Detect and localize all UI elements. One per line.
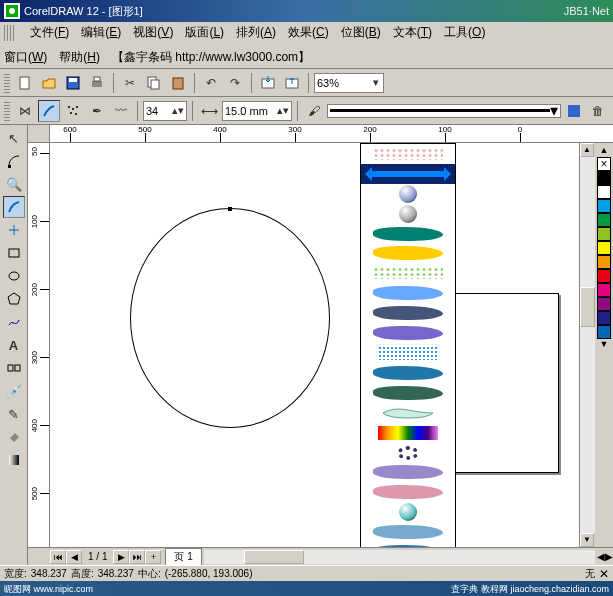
menu-窗口[interactable]: 窗口(W) xyxy=(4,49,47,66)
menu-效果[interactable]: 效果(C) xyxy=(288,24,329,41)
brush-preset[interactable] xyxy=(361,443,455,463)
color-swatch[interactable] xyxy=(597,185,611,199)
brush-preset[interactable] xyxy=(361,383,455,403)
stroke-width-field[interactable]: ▴▾ xyxy=(222,101,292,121)
brush-preset[interactable] xyxy=(361,144,455,164)
outline-tool[interactable]: ✎ xyxy=(3,403,25,425)
vertical-scrollbar[interactable]: ▲ ▼ xyxy=(579,143,595,547)
smoothing-input[interactable] xyxy=(146,105,172,117)
rectangle-tool[interactable] xyxy=(3,242,25,264)
scroll-thumb[interactable] xyxy=(244,550,304,564)
brush-browse-button[interactable]: 🖌 xyxy=(303,100,325,122)
no-fill-swatch[interactable] xyxy=(597,157,611,171)
delete-brush-button[interactable]: 🗑 xyxy=(587,100,609,122)
dropdown-icon[interactable]: ▾ xyxy=(550,101,558,120)
brush-mode-button[interactable] xyxy=(38,100,60,122)
brush-preset[interactable] xyxy=(361,522,455,542)
print-button[interactable] xyxy=(86,72,108,94)
propbar-grip[interactable] xyxy=(4,101,10,121)
palette-down-icon[interactable]: ▼ xyxy=(600,339,609,351)
import-button[interactable] xyxy=(257,72,279,94)
eyedropper-tool[interactable]: 💉 xyxy=(3,380,25,402)
menu-视图[interactable]: 视图(V) xyxy=(133,24,173,41)
smoothing-spinner[interactable]: ▴▾ xyxy=(143,101,187,121)
brush-preset[interactable] xyxy=(361,423,455,443)
brush-stroke-flyout[interactable] xyxy=(360,143,456,547)
menu-排列[interactable]: 排列(A) xyxy=(236,24,276,41)
scroll-left-button[interactable]: ◀ xyxy=(597,551,605,562)
page-tab[interactable]: 页 1 xyxy=(165,548,201,565)
menubar-grip[interactable] xyxy=(4,25,16,41)
color-swatch[interactable] xyxy=(597,325,611,339)
brush-preset[interactable] xyxy=(361,164,455,184)
calligraphic-button[interactable]: ✒ xyxy=(86,100,108,122)
menu-编辑[interactable]: 编辑(E) xyxy=(81,24,121,41)
text-tool[interactable]: A xyxy=(3,334,25,356)
color-swatch[interactable] xyxy=(597,171,611,185)
color-swatch[interactable] xyxy=(597,269,611,283)
next-page-button[interactable]: ▶ xyxy=(113,550,129,564)
open-button[interactable] xyxy=(38,72,60,94)
brush-preset[interactable] xyxy=(361,502,455,522)
menu-工具[interactable]: 工具(O) xyxy=(444,24,485,41)
color-swatch[interactable] xyxy=(597,311,611,325)
menu-位图[interactable]: 位图(B) xyxy=(341,24,381,41)
zoom-input[interactable] xyxy=(317,77,371,89)
color-swatch[interactable] xyxy=(597,213,611,227)
ellipse-object[interactable] xyxy=(130,208,330,428)
width-lock-icon[interactable]: ⟷ xyxy=(198,100,220,122)
sprayer-button[interactable] xyxy=(62,100,84,122)
undo-button[interactable]: ↶ xyxy=(200,72,222,94)
basic-shapes-tool[interactable] xyxy=(3,311,25,333)
stroke-width-input[interactable] xyxy=(225,105,277,117)
add-page-button[interactable]: + xyxy=(145,550,161,564)
prev-page-button[interactable]: ◀ xyxy=(66,550,82,564)
color-swatch[interactable] xyxy=(597,199,611,213)
brush-preset[interactable] xyxy=(361,204,455,224)
menu-帮助[interactable]: 帮助(H) xyxy=(59,49,100,66)
ruler-origin[interactable] xyxy=(28,125,50,143)
shape-tool[interactable] xyxy=(3,150,25,172)
smart-draw-tool[interactable] xyxy=(3,219,25,241)
brush-preset[interactable] xyxy=(361,224,455,244)
brush-preset[interactable] xyxy=(361,463,455,483)
color-swatch[interactable] xyxy=(597,241,611,255)
save-button[interactable] xyxy=(62,72,84,94)
export-button[interactable] xyxy=(281,72,303,94)
scroll-down-button[interactable]: ▼ xyxy=(580,533,594,547)
menu-文本[interactable]: 文本(T) xyxy=(393,24,432,41)
ruler-vertical[interactable]: 50100200300400500 xyxy=(28,143,50,547)
freehand-tool[interactable] xyxy=(3,196,25,218)
blend-tool[interactable] xyxy=(3,357,25,379)
canvas[interactable] xyxy=(50,143,579,547)
ruler-horizontal[interactable]: 6005004003002001000 xyxy=(50,125,613,143)
stroke-style-combo[interactable]: ▾ xyxy=(327,104,561,118)
paste-button[interactable] xyxy=(167,72,189,94)
brush-preset[interactable] xyxy=(361,184,455,204)
pressure-button[interactable]: 〰 xyxy=(110,100,132,122)
brush-preset[interactable] xyxy=(361,363,455,383)
zoom-tool[interactable]: 🔍 xyxy=(3,173,25,195)
brush-preset[interactable] xyxy=(361,482,455,502)
brush-preset[interactable] xyxy=(361,283,455,303)
spinner-icon[interactable]: ▴▾ xyxy=(277,104,289,117)
color-swatch[interactable] xyxy=(597,255,611,269)
preset-button[interactable]: ⋈ xyxy=(14,100,36,122)
redo-button[interactable]: ↷ xyxy=(224,72,246,94)
brush-preset[interactable] xyxy=(361,263,455,283)
fill-tool[interactable] xyxy=(3,426,25,448)
color-swatch[interactable] xyxy=(597,297,611,311)
menu-文件[interactable]: 文件(F) xyxy=(30,24,69,41)
copy-button[interactable] xyxy=(143,72,165,94)
menu-版面[interactable]: 版面(L) xyxy=(185,24,224,41)
node-handle[interactable] xyxy=(228,207,232,211)
pick-tool[interactable]: ↖ xyxy=(3,127,25,149)
brush-preset[interactable] xyxy=(361,323,455,343)
dropdown-icon[interactable]: ▾ xyxy=(371,76,381,89)
zoom-combo[interactable]: ▾ xyxy=(314,73,384,93)
spinner-icon[interactable]: ▴▾ xyxy=(172,104,184,117)
scroll-right-button[interactable]: ▶ xyxy=(605,551,613,562)
brush-preset[interactable] xyxy=(361,303,455,323)
brush-preset[interactable] xyxy=(361,403,455,423)
toolbar-grip[interactable] xyxy=(4,73,10,93)
